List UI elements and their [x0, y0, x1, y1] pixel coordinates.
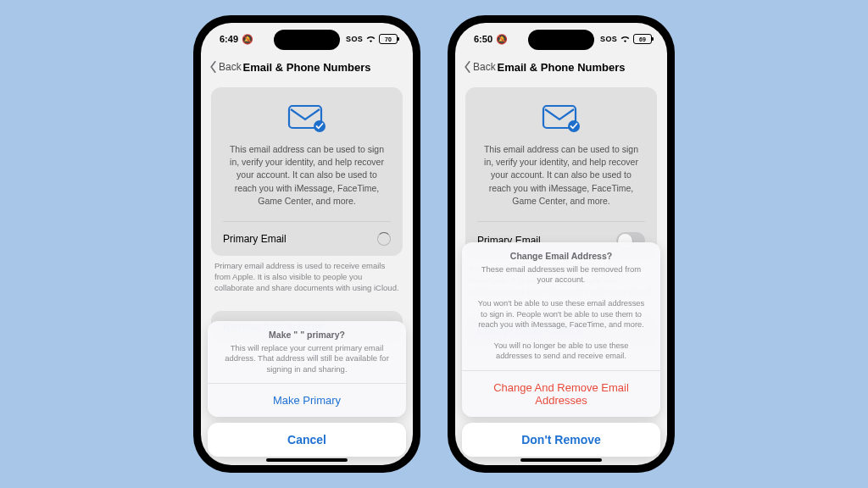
- sheet-subtitle: This will replace your current primary e…: [220, 343, 394, 375]
- status-time: 6:49: [220, 34, 238, 44]
- alert-title: Change Email Address?: [474, 251, 648, 261]
- change-email-alert: Change Email Address? These email addres…: [462, 242, 660, 457]
- alert-subtitle: These email addresses will be removed fr…: [474, 264, 648, 286]
- phone-left: 6:49 🔕 SOS 70 Back Email & Phone Numbers: [193, 15, 420, 473]
- back-label: Back: [473, 61, 496, 73]
- loading-spinner-icon: [377, 232, 391, 246]
- page-title: Email & Phone Numbers: [243, 61, 371, 74]
- silent-icon: 🔕: [496, 34, 508, 45]
- sheet-title: Make " " primary?: [220, 330, 394, 340]
- primary-email-row[interactable]: Primary Email: [223, 221, 391, 256]
- info-card: This email address can be used to sign i…: [211, 87, 403, 256]
- home-indicator[interactable]: [520, 458, 602, 462]
- nav-bar: Back Email & Phone Numbers: [201, 55, 413, 79]
- dynamic-island: [528, 30, 594, 50]
- wifi-icon: [365, 34, 376, 44]
- nav-bar: Back Email & Phone Numbers: [455, 55, 667, 79]
- primary-footnote: Primary email address is used to receive…: [211, 256, 403, 302]
- cancel-button[interactable]: Cancel: [208, 423, 406, 457]
- envelope-icon: [477, 103, 645, 133]
- silent-icon: 🔕: [242, 34, 253, 45]
- back-button[interactable]: Back: [209, 61, 242, 73]
- alert-paragraph-1: You won't be able to use these email add…: [462, 293, 660, 336]
- status-time: 6:50: [474, 34, 492, 44]
- page-title: Email & Phone Numbers: [498, 61, 626, 74]
- change-and-remove-button[interactable]: Change And Remove Email Addresses: [462, 370, 660, 417]
- info-card: This email address can be used to sign i…: [465, 87, 657, 259]
- back-button[interactable]: Back: [464, 61, 496, 73]
- card-description: This email address can be used to sign i…: [477, 143, 645, 221]
- sos-indicator: SOS: [600, 35, 617, 43]
- home-indicator[interactable]: [266, 458, 348, 462]
- phone-right: 6:50 🔕 SOS 69 Back Email & Phone Numbers: [448, 15, 675, 473]
- battery-indicator: 69: [633, 34, 652, 44]
- dont-remove-button[interactable]: Don't Remove: [462, 423, 660, 457]
- back-label: Back: [219, 61, 242, 73]
- action-sheet: Make " " primary? This will replace your…: [208, 321, 406, 457]
- make-primary-button[interactable]: Make Primary: [208, 383, 406, 417]
- primary-email-label: Primary Email: [223, 233, 287, 245]
- envelope-icon: [223, 103, 391, 133]
- wifi-icon: [620, 34, 631, 44]
- battery-indicator: 70: [379, 34, 398, 44]
- sos-indicator: SOS: [346, 35, 363, 43]
- alert-paragraph-2: You will no longer be able to use these …: [462, 336, 660, 370]
- dynamic-island: [274, 30, 340, 50]
- card-description: This email address can be used to sign i…: [223, 143, 391, 221]
